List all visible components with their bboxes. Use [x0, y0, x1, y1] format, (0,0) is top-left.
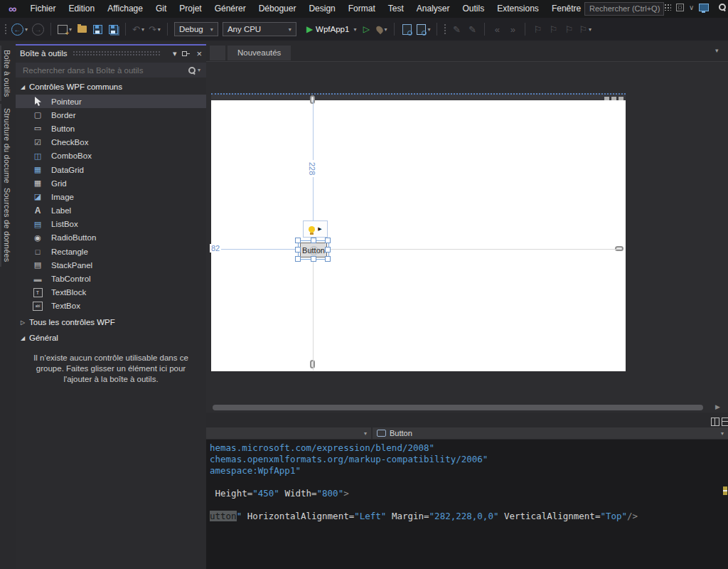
toolbox-section-general[interactable]: ◢ Général	[16, 331, 206, 344]
navigate-forward-button[interactable]: →	[32, 21, 44, 37]
document-outline-button[interactable]: ▾	[417, 21, 430, 37]
toolbox-item-radiobutton[interactable]: ◉RadioButton	[16, 231, 206, 245]
hot-reload-button[interactable]: ▾	[376, 21, 387, 37]
breadcrumb-element-selector[interactable]: Button ▾	[373, 427, 728, 439]
start-without-debugging-button[interactable]: ▷	[360, 21, 372, 37]
back-caret[interactable]: ▾	[25, 26, 28, 33]
menu-projet[interactable]: Projet	[173, 0, 208, 18]
toggle-bookmark-button[interactable]: ⚐	[532, 21, 543, 37]
toolbar-grip[interactable]	[444, 23, 446, 35]
redo-button[interactable]: ↷▾	[149, 21, 161, 37]
menu-test[interactable]: Test	[382, 0, 410, 18]
toolbox-header[interactable]: Boîte à outils ▾ ×	[16, 46, 206, 61]
menu-deboguer[interactable]: Déboguer	[252, 0, 303, 18]
toolbox-item-stackpanel[interactable]: ▤StackPanel	[16, 258, 206, 272]
quick-actions-lightbulb[interactable]: ▶	[303, 220, 328, 238]
design-canvas[interactable]: 228 82 ▶ Button	[211, 93, 626, 371]
toolbox-item-textblock[interactable]: TTextBlock	[16, 286, 206, 299]
increase-indent-button[interactable]: »	[507, 21, 518, 37]
resize-handle-top-left[interactable]	[295, 238, 301, 243]
save-all-button[interactable]	[107, 21, 119, 37]
scrollbar-change-marker[interactable]	[723, 486, 727, 495]
xaml-editor[interactable]: hemas.microsoft.com/expression/blend/200…	[206, 440, 728, 569]
new-project-caret[interactable]: ▾	[69, 26, 72, 33]
tab-nouveautes[interactable]: Nouveautés	[228, 46, 291, 60]
toolbox-search-input[interactable]	[21, 65, 188, 75]
menu-design[interactable]: Design	[302, 0, 341, 18]
decrease-indent-button[interactable]: «	[491, 21, 503, 37]
outline-caret[interactable]: ▾	[427, 26, 430, 33]
horizontal-split-toggle[interactable]	[722, 418, 728, 426]
undo-button[interactable]: ↶▾	[132, 21, 144, 37]
start-debugging-button[interactable]: ▶WpfApp1▾	[306, 21, 357, 37]
undo-caret[interactable]: ▾	[141, 26, 144, 33]
menu-affichage[interactable]: Affichage	[101, 0, 149, 18]
resize-handle-top-right[interactable]	[325, 238, 331, 243]
menu-generer[interactable]: Générer	[208, 0, 252, 18]
start-caret[interactable]: ▾	[353, 26, 356, 33]
toolbox-section-common-wpf[interactable]: ◢ Contrôles WPF communs	[16, 80, 206, 93]
side-tab-document-structure[interactable]: Structure du document	[0, 104, 14, 194]
clear-bookmarks-button[interactable]: ⚐▾	[579, 21, 592, 37]
side-tab-data-sources[interactable]: Sources de données	[0, 184, 14, 267]
toolbox-item-pointeur[interactable]: Pointeur	[16, 95, 206, 108]
toolbox-item-rectangle[interactable]: □Rectangle	[16, 245, 206, 258]
find-in-files-button[interactable]	[401, 21, 412, 37]
open-file-button[interactable]	[76, 21, 87, 37]
resize-handle-middle-left[interactable]	[295, 247, 301, 252]
toolbox-item-button[interactable]: ▭Button	[16, 122, 206, 135]
menu-fichier[interactable]: Fichier	[23, 0, 62, 18]
toolbox-item-datagrid[interactable]: ▦DataGrid	[16, 163, 206, 176]
uncomment-button[interactable]: ✎	[466, 21, 478, 37]
resize-handle-bottom-right[interactable]	[325, 256, 331, 262]
bookmark-caret[interactable]: ▾	[589, 26, 592, 33]
tab-list-caret-icon[interactable]: ▾	[715, 47, 719, 54]
redo-caret[interactable]: ▾	[158, 26, 161, 33]
restore-layout-icon[interactable]	[676, 4, 684, 11]
toolbox-item-grid[interactable]: ▦Grid	[16, 176, 206, 190]
toolbox-item-combobox[interactable]: ◫ComboBox	[16, 149, 206, 163]
menu-edition[interactable]: Edition	[62, 0, 101, 18]
previous-bookmark-button[interactable]: ⚐	[547, 21, 559, 37]
save-button[interactable]	[92, 21, 103, 37]
tab-empty[interactable]	[210, 46, 225, 60]
vertical-split-toggle[interactable]	[711, 418, 719, 426]
live-share-monitor-icon[interactable]	[699, 4, 709, 11]
toolbox-item-tabcontrol[interactable]: ▬TabControl	[16, 272, 206, 285]
menu-format[interactable]: Format	[342, 0, 382, 18]
toolbox-item-image[interactable]: ◪Image	[16, 190, 206, 203]
panel-menu-caret-icon[interactable]: ▾	[173, 49, 177, 58]
search-icon[interactable]	[718, 3, 727, 11]
new-project-button[interactable]: ▾	[58, 21, 72, 37]
wpf-designer-surface[interactable]: 228 82 ▶ Button	[206, 62, 728, 403]
designed-button-control[interactable]: Button	[300, 243, 327, 257]
comment-button[interactable]: ✎	[451, 21, 462, 37]
navigate-back-button[interactable]: ←▾	[11, 21, 28, 37]
resize-handle-middle-right[interactable]	[325, 247, 331, 252]
breadcrumb-window-selector[interactable]: ▾	[206, 427, 371, 439]
menu-outils[interactable]: Outils	[456, 0, 491, 18]
visual-studio-logo-icon[interactable]: ∞	[0, 3, 23, 16]
solution-platform-dropdown[interactable]: Any CPU▾	[223, 22, 296, 36]
pin-icon[interactable]	[182, 50, 191, 57]
toolbox-item-label[interactable]: ALabel	[16, 204, 206, 218]
resize-handle-bottom-center[interactable]	[311, 256, 316, 262]
menu-git[interactable]: Git	[149, 0, 173, 18]
lightbulb-expand-icon[interactable]: ▶	[318, 226, 321, 232]
side-tab-toolbox[interactable]: Boîte à outils	[0, 46, 14, 101]
next-bookmark-button[interactable]: ⚐	[563, 21, 574, 37]
toolbox-section-all-wpf[interactable]: ▷ Tous les contrôles WPF	[16, 316, 206, 329]
quick-search-box[interactable]: Rechercher (Ctrl+Q)	[584, 2, 664, 16]
scrollbar-thumb[interactable]	[213, 405, 703, 410]
toolbar-grip[interactable]	[4, 23, 7, 35]
close-icon[interactable]: ×	[196, 48, 202, 59]
toolbox-item-border[interactable]: ▢Border	[16, 108, 206, 122]
toolbox-item-textbox[interactable]: ablTextBox	[16, 299, 206, 313]
search-icon[interactable]	[188, 66, 196, 75]
scroll-right-arrow-icon[interactable]: ▶	[715, 403, 720, 410]
menu-analyser[interactable]: Analyser	[410, 0, 456, 18]
chevron-down-icon[interactable]: ∨	[689, 4, 694, 11]
resize-handle-top-center[interactable]	[311, 238, 316, 243]
menu-extensions[interactable]: Extensions	[491, 0, 545, 18]
hot-reload-caret[interactable]: ▾	[384, 26, 387, 33]
